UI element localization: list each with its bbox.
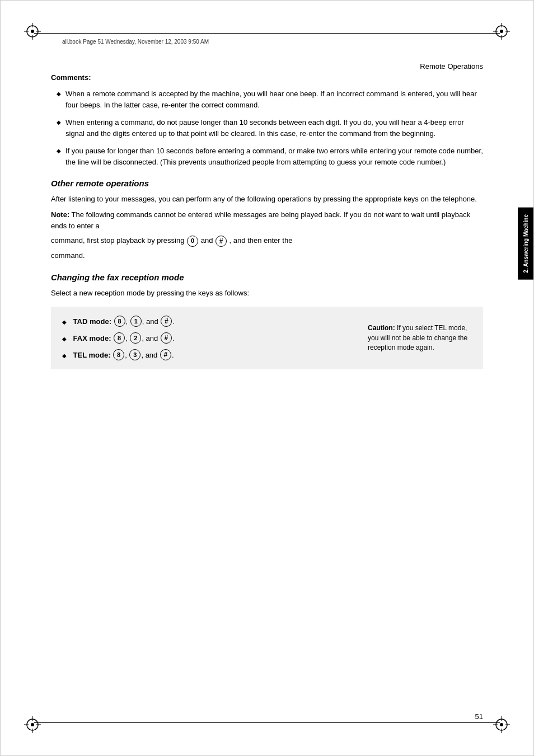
page-title: Remote Operations <box>420 62 483 71</box>
tel-mode-label: TEL mode: <box>71 351 111 359</box>
top-border-line <box>34 33 500 34</box>
section-tab: 2. Answering Machine <box>518 208 533 280</box>
key-hash-playback: # <box>216 236 227 247</box>
bullet-item-2: ◆ When entering a command, do not pause … <box>57 117 483 139</box>
note-text: Note: The following commands cannot be e… <box>51 209 483 232</box>
note-continued: command, first stop playback by pressing… <box>51 235 483 247</box>
fax-sep1: , <box>125 334 129 342</box>
diamond-icon-tad: ◆ <box>62 319 67 325</box>
corner-mark-bl <box>24 716 41 733</box>
main-content: Comments: ◆ When a remote command is acc… <box>51 73 483 711</box>
key-hash-tad: # <box>161 316 172 327</box>
corner-mark-tr <box>493 23 510 40</box>
tad-end: . <box>172 317 175 326</box>
bullet-text-1: When a remote command is accepted by the… <box>65 88 483 110</box>
tad-sep2: , and <box>142 317 161 326</box>
bullet-item-3: ◆ If you pause for longer than 10 second… <box>57 145 483 167</box>
bottom-border-line <box>34 722 500 723</box>
comments-bullet-list: ◆ When a remote command is accepted by t… <box>57 88 483 167</box>
svg-point-19 <box>500 723 503 726</box>
fax-mode-label: FAX mode: <box>71 334 111 342</box>
tel-sep2: , and <box>141 351 160 359</box>
key-8-fax: 8 <box>114 332 125 344</box>
tad-sep1: , <box>126 317 130 326</box>
diamond-icon-fax: ◆ <box>62 336 67 342</box>
diamond-icon-3: ◆ <box>57 147 61 167</box>
diamond-icon-2: ◆ <box>57 118 61 139</box>
fax-end: . <box>172 334 175 342</box>
and-connector: and <box>201 236 215 245</box>
fax-reception-heading: Changing the fax reception mode <box>51 273 483 282</box>
bullet-text-2: When entering a command, do not pause lo… <box>65 117 483 139</box>
key-hash-tel: # <box>160 349 171 360</box>
svg-point-13 <box>31 723 34 726</box>
tel-mode-row: ◆ TEL mode: 8 , 3 , and # . <box>62 349 174 360</box>
key-0: 0 <box>187 236 198 247</box>
tel-sep1: , <box>125 351 129 359</box>
diamond-icon-tel: ◆ <box>62 353 67 359</box>
key-1-tad: 1 <box>130 316 142 327</box>
page-number: 51 <box>475 712 483 721</box>
file-info: all.book Page 51 Wednesday, November 12,… <box>62 39 209 45</box>
note-body: The following commands cannot be entered… <box>51 210 470 230</box>
note-label: Note: <box>51 210 69 219</box>
key-3-tel: 3 <box>129 349 140 360</box>
corner-mark-tl <box>24 23 41 40</box>
other-remote-heading: Other remote operations <box>51 179 483 188</box>
key-hash-fax: # <box>161 332 172 344</box>
fax-sep2: , and <box>142 334 160 342</box>
fax-reception-intro: Select a new reception mode by pressing … <box>51 288 483 299</box>
key-8-tel: 8 <box>113 349 124 360</box>
caution-box: Caution: If you select TEL mode, you wil… <box>368 323 474 353</box>
diamond-icon-1: ◆ <box>57 90 61 110</box>
svg-point-7 <box>500 30 503 33</box>
tel-end: . <box>172 351 174 359</box>
note-end: command. <box>51 250 483 261</box>
comments-label: Comments: <box>51 73 483 82</box>
key-8-tad: 8 <box>114 316 125 327</box>
bullet-text-3: If you pause for longer than 10 seconds … <box>65 145 483 167</box>
other-remote-body1: After listening to your messages, you ca… <box>51 194 483 205</box>
tad-mode-label: TAD mode: <box>71 317 111 326</box>
bullet-item-1: ◆ When a remote command is accepted by t… <box>57 88 483 110</box>
corner-mark-br <box>493 716 510 733</box>
key-2-fax: 2 <box>130 332 141 344</box>
caution-label: Caution: <box>368 324 395 332</box>
fax-modes-box: ◆ TAD mode: 8 , 1 , and # . ◆ FAX mode: … <box>51 307 483 369</box>
svg-point-1 <box>31 30 34 33</box>
